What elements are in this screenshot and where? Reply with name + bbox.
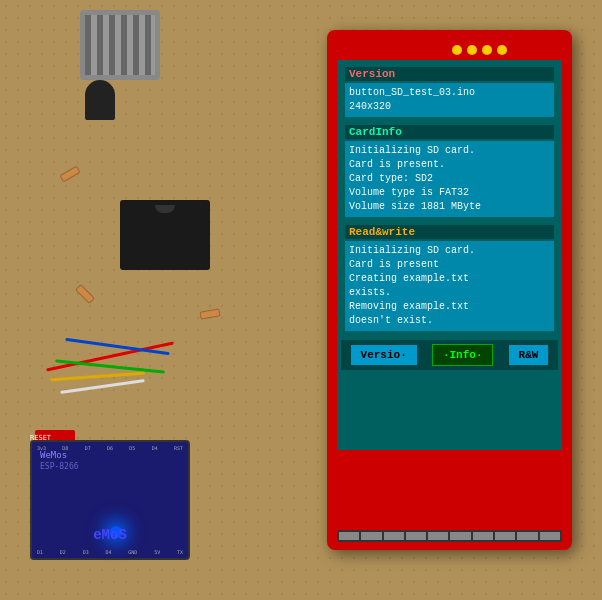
- rw-line-1: Initializing SD card.: [349, 244, 550, 258]
- tft-connector-bottom: [337, 530, 562, 542]
- lcd-buttons-row: Versio· ·Info· R&W: [341, 340, 558, 370]
- btn-info[interactable]: ·Info·: [432, 344, 494, 366]
- connector-pin-6: [450, 532, 470, 540]
- readwrite-content: Initializing SD card. Card is present Cr…: [345, 241, 554, 331]
- tft-dot-1: [452, 45, 462, 55]
- cardinfo-section: CardInfo Initializing SD card. Card is p…: [341, 122, 558, 220]
- connector-pin-4: [406, 532, 426, 540]
- version-line-2: 240x320: [349, 100, 550, 114]
- cardinfo-content: Initializing SD card. Card is present. C…: [345, 141, 554, 217]
- readwrite-header: Read&write: [345, 225, 554, 239]
- btn-rw[interactable]: R&W: [509, 345, 549, 365]
- connector-pin-1: [339, 532, 359, 540]
- heatsink: [80, 10, 160, 80]
- wemos-board: WeMos ESP-8266 3v3D8D7D6D5D4RST D1D2D3D4…: [30, 440, 190, 560]
- cardinfo-line-4: Volume type is FAT32: [349, 186, 550, 200]
- btn-version[interactable]: Versio·: [351, 345, 417, 365]
- bottom-pin-labels: D1D2D3D4GND5VTX: [37, 549, 183, 555]
- cardinfo-line-3: Card type: SD2: [349, 172, 550, 186]
- connector-pin-9: [517, 532, 537, 540]
- rw-line-3: Creating example.txt: [349, 272, 550, 286]
- tft-dot-2: [467, 45, 477, 55]
- tft-dot-4: [497, 45, 507, 55]
- connector-pin-2: [361, 532, 381, 540]
- version-content: button_SD_test_03.ino 240x320: [345, 83, 554, 117]
- rw-line-2: Card is present: [349, 258, 550, 272]
- cardinfo-line-5: Volume size 1881 MByte: [349, 200, 550, 214]
- pin-labels: 3v3D8D7D6D5D4RST: [37, 445, 183, 451]
- readwrite-section: Read&write Initializing SD card. Card is…: [341, 222, 558, 334]
- wemos-logo: WeMos: [40, 450, 67, 460]
- connector-pin-5: [428, 532, 448, 540]
- lcd-screen: Version button_SD_test_03.ino 240x320 Ca…: [337, 60, 562, 450]
- version-header: Version: [345, 67, 554, 81]
- cardinfo-header: CardInfo: [345, 125, 554, 139]
- cardinfo-line-1: Initializing SD card.: [349, 144, 550, 158]
- blue-led: [110, 526, 122, 538]
- connector-pin-7: [473, 532, 493, 540]
- rw-line-5: Removing example.txt: [349, 300, 550, 314]
- version-section: Version button_SD_test_03.ino 240x320: [341, 64, 558, 120]
- capacitor: [85, 80, 115, 120]
- version-line-1: button_SD_test_03.ino: [349, 86, 550, 100]
- rw-line-6: doesn't exist.: [349, 314, 550, 328]
- connector-pin-3: [384, 532, 404, 540]
- wemos-model: ESP-8266: [40, 462, 79, 471]
- tft-dots: [452, 45, 507, 55]
- connector-pin-8: [495, 532, 515, 540]
- tft-display: Version button_SD_test_03.ino 240x320 Ca…: [327, 30, 572, 550]
- rw-line-4: exists.: [349, 286, 550, 300]
- tft-dot-3: [482, 45, 492, 55]
- connector-pin-10: [540, 532, 560, 540]
- cardinfo-line-2: Card is present.: [349, 158, 550, 172]
- ic-chip: [120, 200, 210, 270]
